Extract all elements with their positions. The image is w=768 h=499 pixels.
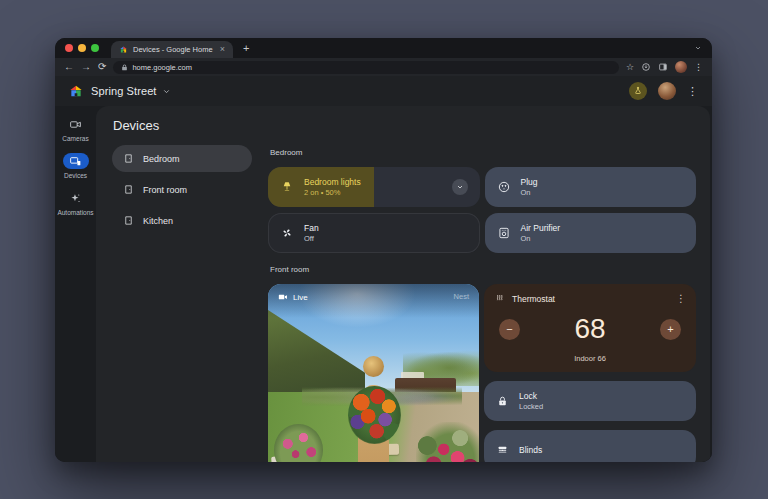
url-text: home.google.com	[132, 63, 192, 72]
browser-window: Devices - Google Home × + ← → ⟳ home.goo…	[55, 38, 712, 462]
device-name: Air Purifier	[521, 223, 561, 233]
home-name: Spring Street	[91, 85, 157, 97]
sidebar-item-devices[interactable]: Devices	[63, 153, 89, 179]
tab-close-icon[interactable]: ×	[220, 45, 225, 54]
live-label: Live	[293, 293, 308, 302]
close-window-button[interactable]	[65, 44, 73, 52]
plug-icon	[497, 180, 511, 194]
expand-chevron-button[interactable]	[452, 179, 468, 195]
sidebar-label: Devices	[64, 172, 87, 179]
devices-panel: Devices Bedroom Front room	[96, 106, 710, 462]
room-door-icon	[123, 215, 134, 226]
device-name: Thermostat	[512, 294, 555, 304]
tab-strip: Devices - Google Home × +	[55, 38, 712, 58]
indoor-temperature: Indoor 66	[494, 354, 686, 365]
room-door-icon	[123, 184, 134, 195]
blinds-icon	[496, 444, 509, 457]
device-name: Lock	[519, 391, 543, 401]
google-home-logo	[68, 83, 84, 99]
reload-button[interactable]: ⟳	[98, 62, 106, 72]
tile-bedroom-lights[interactable]: Bedroom lights 2 on • 50%	[268, 167, 480, 207]
device-status: On	[521, 188, 538, 197]
tab-title: Devices - Google Home	[133, 45, 215, 54]
tile-plug[interactable]: Plug On	[485, 167, 697, 207]
heat-waves-icon	[494, 293, 505, 304]
chevron-down-icon	[162, 87, 171, 96]
room-label: Bedroom	[143, 154, 180, 164]
sidebar-item-automations[interactable]: Automations	[57, 190, 93, 216]
app-header: Spring Street ⋮	[55, 76, 712, 106]
nav-sidebar: Cameras Devices Automations	[55, 106, 96, 462]
temp-decrease-button[interactable]: −	[499, 319, 520, 340]
fan-icon	[280, 226, 294, 240]
forward-button[interactable]: →	[81, 62, 91, 72]
page-title: Devices	[113, 118, 696, 133]
room-item-kitchen[interactable]: Kitchen	[112, 207, 252, 234]
tab-search-chevron-icon[interactable]	[694, 44, 702, 52]
app-body: Cameras Devices Automations	[55, 106, 712, 462]
room-item-bedroom[interactable]: Bedroom	[112, 145, 252, 172]
device-grid: Bedroom Bedroom lights	[268, 145, 696, 462]
nest-watermark: Nest	[454, 292, 469, 301]
address-bar[interactable]: home.google.com	[113, 61, 619, 74]
window-controls[interactable]	[65, 44, 99, 52]
lock-icon	[496, 395, 509, 408]
back-button[interactable]: ←	[64, 62, 74, 72]
devices-icon	[63, 153, 89, 169]
device-status: Off	[304, 234, 319, 243]
room-label: Kitchen	[143, 216, 173, 226]
temp-increase-button[interactable]: +	[660, 319, 681, 340]
video-camera-icon	[278, 292, 288, 302]
thermostat-menu-icon[interactable]: ⋮	[676, 293, 686, 304]
extensions-icon[interactable]	[641, 62, 651, 72]
browser-menu-icon[interactable]: ⋮	[694, 62, 703, 72]
side-panel-icon[interactable]	[658, 62, 668, 72]
new-tab-button[interactable]: +	[243, 42, 249, 54]
bookmark-star-icon[interactable]: ☆	[626, 62, 634, 72]
room-door-icon	[123, 153, 134, 164]
section-label-bedroom: Bedroom	[270, 148, 696, 157]
air-purifier-icon	[497, 226, 511, 240]
automations-icon	[62, 190, 88, 206]
room-list: Bedroom Front room Kitchen	[112, 145, 252, 462]
sidebar-label: Cameras	[62, 135, 88, 142]
google-home-favicon	[119, 45, 128, 54]
sidebar-item-cameras[interactable]: Cameras	[62, 116, 88, 142]
device-name: Fan	[304, 223, 319, 233]
device-name: Blinds	[519, 445, 542, 455]
room-item-front-room[interactable]: Front room	[112, 176, 252, 203]
device-status: 2 on • 50%	[304, 188, 361, 197]
section-label-front-room: Front room	[270, 265, 696, 274]
live-badge: Live	[278, 292, 308, 302]
setpoint-temperature: 68	[574, 313, 605, 345]
lamp-icon	[280, 180, 294, 194]
tile-blinds[interactable]: Blinds	[484, 430, 696, 462]
flower-bouquet	[348, 386, 401, 444]
device-status: On	[521, 234, 561, 243]
flower-planter-right	[416, 422, 479, 462]
app-menu-icon[interactable]: ⋮	[687, 85, 698, 98]
device-name: Plug	[521, 177, 538, 187]
device-name: Bedroom lights	[304, 177, 361, 187]
browser-toolbar: ← → ⟳ home.google.com ☆ ⋮	[55, 58, 712, 76]
lock-icon	[121, 64, 128, 71]
cameras-icon	[63, 116, 89, 132]
public-preview-flask-button[interactable]	[629, 82, 647, 100]
tile-air-purifier[interactable]: Air Purifier On	[485, 213, 697, 253]
account-avatar[interactable]	[658, 82, 676, 100]
thermostat-card[interactable]: Thermostat ⋮ − 68 + Indoor 66	[484, 284, 696, 372]
browser-tab[interactable]: Devices - Google Home ×	[111, 41, 233, 58]
tile-lock[interactable]: Lock Locked	[484, 381, 696, 421]
sidebar-label: Automations	[57, 209, 93, 216]
minimize-window-button[interactable]	[78, 44, 86, 52]
flask-icon	[633, 86, 643, 96]
device-status: Locked	[519, 402, 543, 411]
camera-feed-card[interactable]: Live Nest	[268, 284, 479, 462]
browser-profile-avatar[interactable]	[675, 61, 687, 73]
tile-fan[interactable]: Fan Off	[268, 213, 480, 253]
home-switcher[interactable]: Spring Street	[91, 85, 171, 97]
zoom-window-button[interactable]	[91, 44, 99, 52]
room-label: Front room	[143, 185, 187, 195]
